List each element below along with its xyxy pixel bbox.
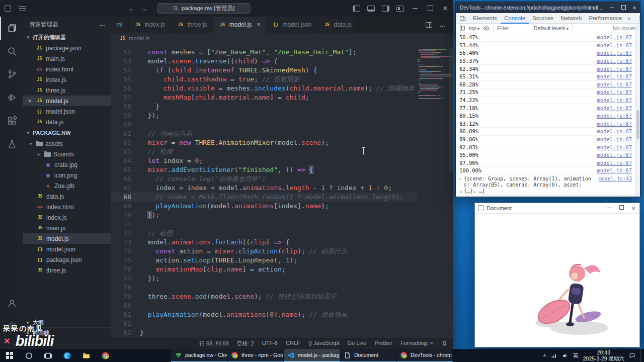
tree-item[interactable]: ◇Zoe.glb xyxy=(23,180,111,191)
network-icon[interactable] xyxy=(551,352,557,359)
status-item[interactable]: 行 68, 列 68 xyxy=(199,340,229,347)
console-source-link[interactable]: model.js:87 xyxy=(597,113,632,119)
code-line[interactable]: 72 // 动画 xyxy=(111,229,417,238)
console-source-link[interactable]: model.js:87 xyxy=(597,73,632,79)
console-source-link[interactable]: model.js:87 xyxy=(597,50,632,56)
console-prompt[interactable] xyxy=(456,189,635,197)
taskbar-button-three-npm-goo-[interactable]: three - npm - Goo... xyxy=(227,349,284,362)
activity-extensions-icon[interactable] xyxy=(0,109,23,132)
code-line[interactable]: 53 model.scene.traverse((child) => { xyxy=(111,57,417,66)
tree-item[interactable]: JSmodel.js xyxy=(23,233,111,244)
toggle-secondary-sidebar-icon[interactable] xyxy=(382,6,389,12)
code-line[interactable]: 68 // index = Math.floor(Math.random() *… xyxy=(111,193,417,202)
tree-item[interactable]: JSmain.js xyxy=(23,223,111,233)
notifications-bell-icon[interactable] xyxy=(441,340,448,347)
open-editor-item[interactable]: <>index.html xyxy=(23,64,111,74)
activity-explorer-icon[interactable] xyxy=(0,17,23,40)
show-desktop-button[interactable] xyxy=(640,349,642,362)
console-source-link[interactable]: model.js:87 xyxy=(597,160,632,166)
project-header[interactable]: PACKAGE.NW xyxy=(23,127,111,138)
customize-layout-icon[interactable] xyxy=(396,6,404,12)
more-tabs-icon[interactable] xyxy=(625,15,632,21)
taskbar-button-package-nw-clov-[interactable]: package.nw - Clov... xyxy=(171,349,227,362)
menu-icon[interactable] xyxy=(15,0,30,17)
taskbar-button-devtools-chrom-[interactable]: DevTools - chrom... xyxy=(396,349,453,362)
issues-counter[interactable]: No Issues xyxy=(613,25,636,31)
code-line[interactable]: 70 }); xyxy=(111,211,417,220)
vscode-titlebar[interactable]: package.nw [管理员] xyxy=(0,0,453,17)
document-maximize-button[interactable] xyxy=(615,205,627,212)
tree-item[interactable]: ▦crate.jpg xyxy=(23,159,111,170)
minimap[interactable] xyxy=(418,49,449,104)
code-line[interactable]: 52 const meshes = ["Zoe_Base_Mat", "Zoe_… xyxy=(111,48,417,57)
execution-context-select[interactable]: top xyxy=(469,25,479,31)
tree-item[interactable]: ▸Sounds xyxy=(23,149,111,159)
volume-icon[interactable] xyxy=(562,352,569,359)
split-editor-icon[interactable] xyxy=(426,22,432,28)
code-line[interactable]: 69 playAnimation(model.animations[index]… xyxy=(111,202,417,211)
open-editors-header[interactable]: 打开的编辑器 xyxy=(23,32,111,43)
code-line[interactable]: 77 }); xyxy=(111,274,417,283)
eye-icon[interactable] xyxy=(483,25,490,32)
console-source-link[interactable]: model.js:87 xyxy=(597,128,632,134)
code-line[interactable]: 80 xyxy=(111,301,417,310)
status-item[interactable]: {} JavaScript xyxy=(308,340,340,347)
code-line[interactable]: 74 const action = mixer.clipAction(clip)… xyxy=(111,247,417,256)
devtools-menu-icon[interactable] xyxy=(633,15,644,22)
start-button[interactable] xyxy=(0,349,19,362)
console-source-link[interactable]: model.js:87 xyxy=(597,89,632,95)
maximize-button[interactable] xyxy=(423,0,438,17)
breadcrumb[interactable]: JS model.js xyxy=(111,33,453,44)
file-explorer-icon[interactable] xyxy=(76,349,96,362)
devtools-tab-elements[interactable]: Elements xyxy=(469,13,501,24)
taskbar-clock[interactable]: 20:43 2025-3-29 星期六 xyxy=(583,349,624,361)
tab-index-js[interactable]: JSindex.js xyxy=(129,17,172,33)
back-icon[interactable] xyxy=(126,5,138,13)
devtools-tab-performance[interactable]: Performance xyxy=(586,13,626,24)
document-minimize-button[interactable] xyxy=(603,205,615,212)
activity-source-control-icon[interactable] xyxy=(0,63,23,86)
tab-model-json[interactable]: {}model.json xyxy=(266,17,317,33)
tray-expand-icon[interactable] xyxy=(543,353,546,358)
code-line[interactable]: 83} xyxy=(111,328,417,337)
code-line[interactable]: 67 index = index < model.animations.leng… xyxy=(111,184,417,193)
devtools-tab-console[interactable]: Console xyxy=(501,13,529,24)
code-line[interactable]: 65 mixer.addEventListener("finished", ()… xyxy=(111,165,417,174)
console-source-link[interactable]: model.js:87 xyxy=(597,105,632,111)
code-line[interactable]: 60 xyxy=(111,120,417,129)
browser-icon[interactable] xyxy=(96,349,115,362)
status-item[interactable]: 空格: 2 xyxy=(237,340,254,347)
close-button[interactable] xyxy=(438,0,453,17)
task-view-icon[interactable] xyxy=(38,349,57,362)
code-line[interactable]: 76 animationMap[clip.name] = action; xyxy=(111,265,417,274)
more-actions-icon[interactable] xyxy=(100,21,106,27)
open-editor-item[interactable]: JSindex.js xyxy=(23,74,111,85)
command-center-search[interactable]: package.nw [管理员] xyxy=(157,3,251,14)
code-line[interactable]: 56 child.visible = meshes.includes(child… xyxy=(111,84,417,93)
tree-item[interactable]: ▾assets xyxy=(23,138,111,149)
close-icon[interactable] xyxy=(257,21,260,28)
tab-ml[interactable]: ml xyxy=(111,17,129,33)
taskbar-button-model-js-packag-[interactable]: model.js - packag... xyxy=(284,349,340,362)
status-item[interactable]: UTF-8 xyxy=(262,340,278,347)
code-line[interactable]: 82 xyxy=(111,319,417,328)
console-source-link[interactable]: model.js:87 xyxy=(597,42,632,48)
document-close-button[interactable] xyxy=(627,205,639,212)
activity-run-debug-icon[interactable] xyxy=(0,86,23,109)
code-line[interactable]: 79 three.scene.add(model.scene); // 将模型添… xyxy=(111,292,417,301)
edge-icon[interactable] xyxy=(57,349,76,362)
code-line[interactable]: 62 mixer = new THREE.AnimationMixer(mode… xyxy=(111,138,417,147)
document-titlebar[interactable]: Document xyxy=(475,203,639,214)
open-editor-item[interactable]: {}model.json xyxy=(23,106,111,117)
activity-account-icon[interactable] xyxy=(0,292,23,315)
tab-model-js[interactable]: JSmodel.js xyxy=(213,17,267,33)
input-method-indicator[interactable]: 英 xyxy=(573,352,579,359)
code-line[interactable]: 57 meshMap[child.material.name] = child; xyxy=(111,93,417,102)
code-line[interactable]: 63 // 轮播 xyxy=(111,147,417,156)
code-line[interactable]: 58 } xyxy=(111,102,417,111)
webgl-viewport[interactable] xyxy=(475,214,639,347)
devtools-tab-sources[interactable]: Sources xyxy=(529,13,557,24)
tree-item[interactable]: {}package.json xyxy=(23,254,111,265)
code-line[interactable]: 71 xyxy=(111,220,417,229)
tree-item[interactable]: JSindex.js xyxy=(23,212,111,223)
